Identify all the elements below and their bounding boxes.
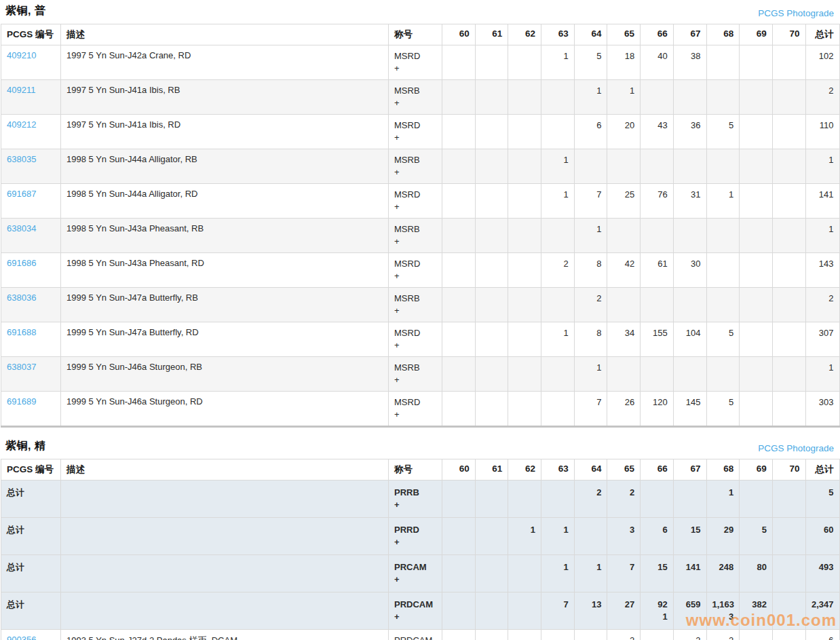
pcgs-number-link[interactable]: 409211 bbox=[7, 85, 35, 95]
grade-count-main: 76 bbox=[646, 189, 668, 201]
description-cell: 1998 5 Yn Sun-J43a Pheasant, RD bbox=[61, 253, 389, 288]
grade-count-main bbox=[745, 119, 767, 132]
grade-count-main bbox=[679, 362, 701, 374]
designation-cell: MSRB+ bbox=[389, 219, 442, 253]
grade-count-main bbox=[448, 487, 470, 499]
grade-count-cell: 5 bbox=[706, 392, 740, 427]
grade-count-main: 8 bbox=[580, 327, 602, 339]
grade-count-cell bbox=[673, 149, 706, 184]
grade-count-cell: 8 bbox=[574, 322, 607, 357]
pcgs-number-link[interactable]: 409210 bbox=[7, 50, 36, 60]
grade-count-plus bbox=[514, 97, 535, 109]
grade-count-main bbox=[481, 487, 503, 499]
grade-count-plus bbox=[712, 536, 734, 548]
table-row: 9003561993 5 Yn Sun-J27d 2 Pandas 样币, DC… bbox=[1, 630, 840, 640]
description-cell: 1997 5 Yn Sun-J42a Crane, RD bbox=[61, 45, 389, 80]
grade-count-plus bbox=[613, 339, 634, 352]
pcgs-number-link[interactable]: 638034 bbox=[7, 223, 36, 233]
description-cell bbox=[61, 555, 389, 592]
col-header-pcgs-number: PCGS 编号 bbox=[1, 459, 61, 481]
grade-count-cell bbox=[740, 149, 773, 184]
grade-count-cell bbox=[740, 392, 773, 427]
designation-cell: MSRB+ bbox=[389, 288, 442, 322]
grade-count-cell bbox=[706, 288, 740, 322]
grade-count-cell: 1 bbox=[574, 555, 607, 592]
row-total-cell: 2 bbox=[805, 288, 839, 322]
grade-count-main: 5 bbox=[712, 396, 734, 409]
grade-count-cell bbox=[706, 80, 740, 115]
grade-count-plus bbox=[613, 201, 634, 213]
designation-plus: + bbox=[394, 270, 436, 282]
grade-count-plus bbox=[778, 201, 800, 213]
pcgs-number-link[interactable]: 900356 bbox=[7, 635, 36, 640]
grade-count-cell bbox=[541, 115, 575, 149]
pcgs-number-link[interactable]: 638036 bbox=[7, 293, 36, 303]
grade-count-cell bbox=[740, 80, 773, 115]
designation-plus: + bbox=[394, 499, 436, 511]
grade-count-main bbox=[514, 50, 535, 62]
grade-count-plus bbox=[580, 132, 602, 144]
grade-count-cell: 2 bbox=[706, 630, 740, 640]
row-total-value: 143 bbox=[812, 258, 834, 270]
grade-count-main: 1 bbox=[580, 85, 602, 97]
grade-count-plus bbox=[448, 409, 470, 421]
grade-count-plus bbox=[448, 62, 470, 75]
grade-count-main: 13 bbox=[580, 599, 602, 611]
grade-count-plus bbox=[481, 236, 503, 248]
row-total-cell: 141 bbox=[805, 184, 839, 219]
grade-count-main: 7 bbox=[580, 189, 602, 201]
grade-count-cell bbox=[772, 115, 805, 149]
designation-plus: + bbox=[394, 201, 436, 213]
designation-cell: MSRB+ bbox=[389, 357, 442, 392]
grade-count-main bbox=[778, 635, 800, 640]
grade-count-cell: 6 bbox=[641, 518, 674, 555]
grade-count-main bbox=[514, 362, 535, 374]
grade-count-main: 5 bbox=[712, 119, 734, 132]
grade-count-main: 2 bbox=[580, 293, 602, 305]
grade-count-cell bbox=[772, 149, 805, 184]
col-header-pcgs-number: PCGS 编号 bbox=[1, 24, 61, 45]
pcgs-number-link[interactable]: 638037 bbox=[7, 362, 36, 372]
grade-count-main: 38 bbox=[679, 50, 701, 62]
grade-count-main bbox=[712, 293, 734, 305]
row-total-cell: 102 bbox=[805, 45, 839, 80]
designation-plus: + bbox=[394, 97, 436, 109]
grade-count-plus bbox=[778, 573, 800, 586]
designation-label: MSRD bbox=[394, 189, 436, 201]
grade-count-main bbox=[778, 487, 800, 499]
grade-count-plus bbox=[448, 132, 470, 144]
grade-count-cell: 2 bbox=[673, 630, 706, 640]
pcgs-number-link[interactable]: 691686 bbox=[7, 258, 36, 268]
grade-count-cell bbox=[508, 45, 541, 80]
designation-label: MSRD bbox=[394, 396, 436, 409]
pcgs-number-link[interactable]: 691687 bbox=[7, 189, 36, 199]
grade-count-cell bbox=[541, 357, 575, 392]
grade-count-main: 20 bbox=[613, 119, 634, 132]
designation-label: MSRB bbox=[394, 154, 436, 166]
photograde-link[interactable]: PCGS Photograde bbox=[758, 8, 834, 18]
grade-count-plus bbox=[745, 611, 767, 623]
grade-count-plus bbox=[547, 573, 569, 586]
designation-label: MSRD bbox=[394, 119, 436, 132]
grade-count-plus bbox=[580, 97, 602, 109]
photograde-link[interactable]: PCGS Photograde bbox=[758, 443, 834, 453]
grade-count-cell bbox=[740, 184, 773, 219]
grade-count-cell bbox=[508, 481, 541, 518]
total-row: 总计PRCAM+1171514124880493 bbox=[1, 555, 840, 592]
pcgs-number-link[interactable]: 638035 bbox=[7, 154, 36, 164]
grade-count-plus bbox=[481, 536, 503, 548]
designation-plus: + bbox=[394, 236, 436, 248]
pcgs-number-link[interactable]: 691689 bbox=[7, 396, 36, 407]
grade-count-main bbox=[778, 599, 800, 611]
grade-count-cell bbox=[673, 288, 706, 322]
pcgs-number-cell: 总计 bbox=[1, 518, 61, 555]
grade-count-cell bbox=[772, 518, 805, 555]
designation-label: MSRD bbox=[394, 50, 436, 62]
col-header-grade-68: 68 bbox=[706, 24, 740, 45]
grade-count-main: 40 bbox=[646, 50, 668, 62]
pcgs-number-link[interactable]: 409212 bbox=[7, 119, 36, 130]
row-total-value: 6 bbox=[812, 635, 834, 640]
grade-count-main: 7 bbox=[613, 561, 634, 573]
pcgs-number-link[interactable]: 691688 bbox=[7, 327, 36, 337]
grade-count-plus bbox=[580, 611, 602, 623]
